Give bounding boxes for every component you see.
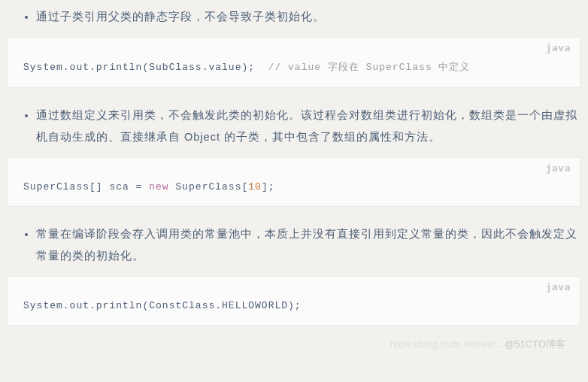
bullet-list: 常量在编译阶段会存入调用类的常量池中，本质上并没有直接引用到定义常量的类，因此不… xyxy=(8,223,580,267)
watermark: https://blog.csdn.net/wei…@51CTO博客 xyxy=(8,338,580,351)
bullet-list: 通过子类引用父类的静态字段，不会导致子类初始化。 xyxy=(8,6,580,28)
bullet-list: 通过数组定义来引用类，不会触发此类的初始化。该过程会对数组类进行初始化，数组类是… xyxy=(8,105,580,148)
bullet-item: 常量在编译阶段会存入调用类的常量池中，本质上并没有直接引用到定义常量的类，因此不… xyxy=(36,223,580,267)
code-content: SuperClass[] sca = new SuperClass[10]; xyxy=(23,181,274,193)
code-block: java System.out.println(SubClass.value);… xyxy=(8,37,580,88)
watermark-main: @51CTO博客 xyxy=(505,338,565,350)
code-content: System.out.println(ConstClass.HELLOWORLD… xyxy=(23,300,302,311)
code-pre: SuperClass[] sca = new SuperClass[10]; xyxy=(23,180,565,193)
code-lang-tag: java xyxy=(546,281,571,293)
code-lang-tag: java xyxy=(546,162,571,174)
bullet-item: 通过子类引用父类的静态字段，不会导致子类初始化。 xyxy=(36,6,580,28)
code-pre: System.out.println(SubClass.value); // v… xyxy=(23,60,565,74)
code-block: java SuperClass[] sca = new SuperClass[1… xyxy=(8,157,580,207)
code-pre: System.out.println(ConstClass.HELLOWORLD… xyxy=(23,299,565,311)
code-content: System.out.println(SubClass.value); // v… xyxy=(23,62,470,73)
watermark-faint: https://blog.csdn.net/wei… xyxy=(390,338,505,350)
bullet-item: 通过数组定义来引用类，不会触发此类的初始化。该过程会对数组类进行初始化，数组类是… xyxy=(36,105,580,148)
code-lang-tag: java xyxy=(546,42,571,53)
code-block: java System.out.println(ConstClass.HELLO… xyxy=(8,276,580,326)
